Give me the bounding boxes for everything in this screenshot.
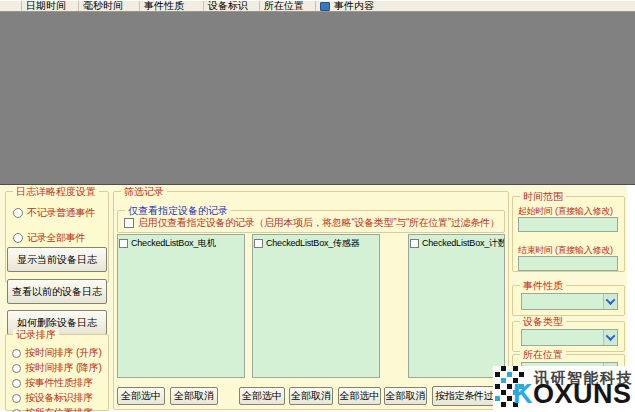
app-window: 日期时间 毫秒时间 事件性质 设备标识 所在位置 事件内容 日志详略程度设置 不… — [0, 0, 635, 412]
button-label: 全部取消 — [174, 389, 214, 403]
column-label: 事件内容 — [334, 1, 374, 11]
record-sort-groupbox: 记录排序 按时间排序 (升序) 按时间排序 (降序) 按事件性质排序 按设备标识… — [5, 334, 109, 411]
cancel-all-motor-button[interactable]: 全部取消 — [170, 387, 218, 405]
checkbox-icon — [119, 239, 128, 248]
groupbox-title: 日志详略程度设置 — [13, 186, 99, 197]
dropdown-arrow-icon — [603, 330, 617, 345]
select-all-sensor-button[interactable]: 全部选中 — [239, 387, 285, 405]
button-label: 全部取消 — [386, 389, 426, 403]
radio-sort-time-desc[interactable]: 按时间排序 (降序) — [12, 361, 101, 375]
radio-icon — [12, 379, 21, 388]
radio-sort-event-nature[interactable]: 按事件性质排序 — [12, 376, 93, 390]
list-item[interactable]: CheckedListBox_传感器 — [253, 235, 379, 252]
radio-label: 按事件性质排序 — [25, 376, 93, 390]
radio-label: 按设备标识排序 — [25, 391, 93, 405]
list-item-label: CheckedListBox_计数器 — [422, 237, 504, 250]
column-header-event-nature[interactable]: 事件性质 — [140, 1, 204, 11]
groupbox-title: 记录排序 — [13, 329, 59, 340]
radio-sort-location[interactable]: 按所在位置排序 — [12, 406, 93, 412]
time-range-groupbox: 时间范围 起始时间 (直接输入修改) 结束时间 (直接输入修改) — [512, 196, 625, 272]
radio-label: 按时间排序 (降序) — [25, 361, 101, 375]
button-label: 全部选中 — [242, 389, 282, 403]
checkedlistbox-counter[interactable]: CheckedListBox_计数器 — [408, 234, 505, 378]
list-item[interactable]: CheckedListBox_计数器 — [409, 235, 504, 252]
radio-icon — [13, 233, 23, 243]
log-list-empty-area[interactable] — [0, 12, 635, 185]
radio-icon — [12, 349, 21, 358]
column-header-event-content[interactable]: 事件内容 — [316, 1, 635, 11]
radio-icon — [12, 364, 21, 373]
button-label: 全部选中 — [340, 389, 380, 403]
brand-initial: K — [513, 379, 533, 409]
radio-skip-normal-events[interactable]: 不记录普通事件 — [13, 206, 95, 220]
device-type-groupbox: 设备类型 — [512, 321, 625, 352]
checkbox-icon — [124, 218, 134, 228]
column-header-device-id[interactable]: 设备标识 — [204, 1, 260, 11]
brand-rest: OXUNS — [533, 379, 632, 409]
event-nature-select[interactable] — [521, 293, 618, 310]
groupbox-title: 事件性质 — [520, 280, 566, 291]
column-marker-icon — [320, 2, 330, 11]
radio-label: 不记录普通事件 — [27, 206, 95, 220]
list-item-label: CheckedListBox_传感器 — [266, 237, 359, 250]
view-previous-log-button[interactable]: 查看以前的设备日志 — [7, 279, 107, 304]
button-label: 全部选中 — [121, 389, 161, 403]
device-type-select[interactable] — [521, 329, 618, 346]
row-selector-header[interactable] — [0, 1, 22, 11]
checkedlistbox-motor[interactable]: CheckedListBox_电机 — [117, 234, 245, 378]
column-label: 设备标识 — [208, 1, 248, 11]
brand-name-text: KOXUNS — [513, 379, 632, 409]
start-time-input[interactable] — [518, 217, 618, 232]
radio-sort-device-id[interactable]: 按设备标识排序 — [12, 391, 93, 405]
select-all-motor-button[interactable]: 全部选中 — [117, 387, 165, 405]
event-nature-groupbox: 事件性质 — [512, 285, 625, 316]
checkbox-label: 启用仅查看指定设备的记录（启用本项后，将忽略“设备类型”与“所在位置”过滤条件） — [138, 216, 499, 230]
button-label: 显示当前设备日志 — [17, 253, 97, 267]
log-grid-header: 日期时间 毫秒时间 事件性质 设备标识 所在位置 事件内容 — [0, 1, 635, 12]
radio-sort-time-asc[interactable]: 按时间排序 (升序) — [12, 346, 101, 360]
radio-label: 记录全部事件 — [27, 231, 85, 245]
groupbox-title: 设备类型 — [520, 316, 566, 327]
dropdown-arrow-icon — [603, 294, 617, 309]
groupbox-title: 所在位置 — [520, 349, 566, 360]
column-header-datetime[interactable]: 日期时间 — [22, 1, 79, 11]
groupbox-title: 时间范围 — [520, 191, 566, 202]
column-header-location[interactable]: 所在位置 — [260, 1, 316, 11]
groupbox-title: 仅查看指定设备的记录 — [125, 205, 231, 216]
checkbox-icon — [254, 239, 263, 248]
end-time-input[interactable] — [518, 256, 618, 271]
radio-icon — [12, 409, 21, 412]
enable-specified-devices-checkbox[interactable]: 启用仅查看指定设备的记录（启用本项后，将忽略“设备类型”与“所在位置”过滤条件） — [124, 216, 499, 230]
specified-devices-groupbox: 仅查看指定设备的记录 启用仅查看指定设备的记录（启用本项后，将忽略“设备类型”与… — [117, 210, 505, 233]
list-item[interactable]: CheckedListBox_电机 — [118, 235, 244, 252]
show-current-log-button[interactable]: 显示当前设备日志 — [7, 247, 107, 272]
cancel-all-counter-button[interactable]: 全部取消 — [384, 387, 427, 405]
column-label: 日期时间 — [26, 1, 66, 11]
column-label: 事件性质 — [144, 1, 184, 11]
radio-icon — [13, 208, 23, 218]
checkedlistbox-sensor[interactable]: CheckedListBox_传感器 — [252, 234, 380, 378]
column-label: 所在位置 — [264, 1, 304, 11]
column-header-millisecond[interactable]: 毫秒时间 — [79, 1, 140, 11]
select-all-counter-button[interactable]: 全部选中 — [338, 387, 381, 405]
radio-label: 按时间排序 (升序) — [25, 346, 101, 360]
groupbox-title: 筛选记录 — [121, 186, 167, 197]
koxuns-logo: 讯研智能科技 KOXUNS — [493, 366, 635, 412]
cancel-all-sensor-button[interactable]: 全部取消 — [289, 387, 333, 405]
list-item-label: CheckedListBox_电机 — [131, 237, 216, 250]
radio-label: 按所在位置排序 — [25, 406, 93, 412]
column-label: 毫秒时间 — [83, 1, 123, 11]
button-label: 全部取消 — [291, 389, 331, 403]
checkbox-icon — [410, 239, 419, 248]
radio-icon — [12, 394, 21, 403]
radio-record-all-events[interactable]: 记录全部事件 — [13, 231, 85, 245]
button-label: 如何删除设备日志 — [17, 316, 97, 330]
button-label: 查看以前的设备日志 — [12, 285, 102, 299]
